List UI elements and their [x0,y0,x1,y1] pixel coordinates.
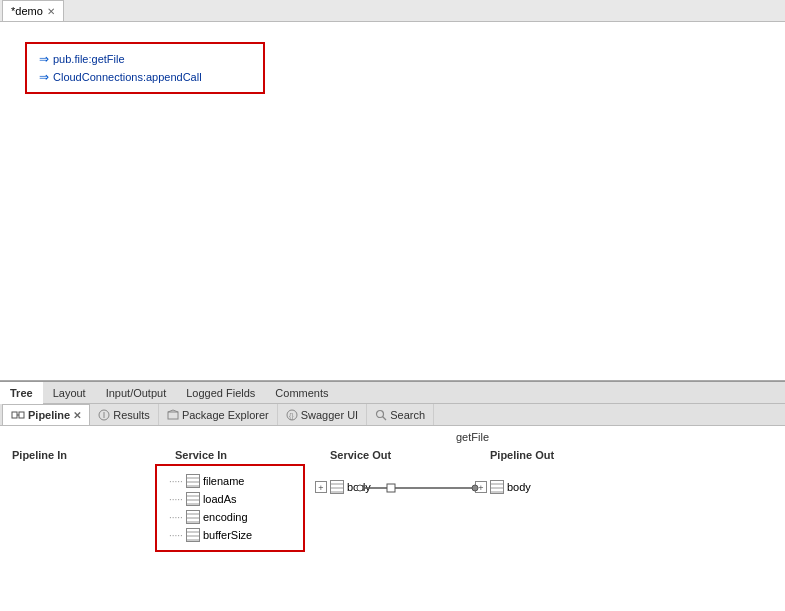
pipeline-out-body-label: body [507,481,531,493]
pipeline-title: getFile [160,430,785,444]
grid-icon-encoding [186,510,200,524]
tab-layout[interactable]: Layout [43,382,96,404]
tab-package-explorer-label: Package Explorer [182,409,269,421]
svg-line-9 [383,416,387,420]
flow-item-2: ⇒ CloudConnections:appendCall [35,68,255,86]
service-field-buffersize: ····· bufferSize [165,526,295,544]
tab-inputoutput[interactable]: Input/Output [96,382,177,404]
tab-inputoutput-label: Input/Output [106,387,167,399]
tab-pipeline-label: Pipeline [28,409,70,421]
grid-icon-loadas [186,492,200,506]
grid-icon-body-pipeline-out [490,480,504,494]
tab-search-label: Search [390,409,425,421]
tab-package-explorer[interactable]: Package Explorer [159,404,278,425]
tab-results-label: Results [113,409,150,421]
field-encoding: encoding [203,511,248,523]
flow-item-1: ⇒ pub.file:getFile [35,50,255,68]
tab-results[interactable]: Results [90,404,159,425]
service-field-loadas: ····· loadAs [165,490,295,508]
search-icon [375,409,387,421]
pipeline-diagram: getFile Pipeline In Service In Service O… [0,426,785,611]
service-out-body-label: body [347,481,371,493]
tab-tree-label: Tree [10,387,33,399]
swagger-icon: {} [286,409,298,421]
results-icon [98,409,110,421]
close-icon[interactable]: ✕ [47,6,55,17]
flow-area: ⇒ pub.file:getFile ⇒ CloudConnections:ap… [0,22,785,381]
grid-icon-filename [186,474,200,488]
tab-swagger-ui[interactable]: {} Swagger UI [278,404,367,425]
tab-loggedfields-label: Logged Fields [186,387,255,399]
service-out-body: + body [315,480,371,494]
top-tab-bar: *demo ✕ [0,0,785,22]
tab-comments[interactable]: Comments [265,382,338,404]
svg-rect-0 [12,412,17,418]
tab-layout-label: Layout [53,387,86,399]
tab-swagger-ui-label: Swagger UI [301,409,358,421]
demo-tab[interactable]: *demo ✕ [2,0,64,21]
pipeline-in-label: Pipeline In [12,448,67,462]
bottom-tab-strip: Pipeline ✕ Results Package Explorer [0,404,785,426]
expand-icon-2[interactable]: + [475,481,487,493]
dotted-line-icon: ····· [169,476,183,487]
flow-arrow-2: ⇒ [39,70,49,84]
pipeline-icon [11,408,25,422]
bottom-panel: Tree Layout Input/Output Logged Fields C… [0,381,785,611]
service-in-label: Service In [175,448,227,462]
grid-icon-body-out [330,480,344,494]
field-filename: filename [203,475,245,487]
tab-pipeline[interactable]: Pipeline ✕ [2,404,90,425]
tab-search[interactable]: Search [367,404,434,425]
pipeline-close-icon[interactable]: ✕ [73,410,81,421]
field-buffersize: bufferSize [203,529,252,541]
svg-text:{}: {} [289,412,294,420]
service-field-encoding: ····· encoding [165,508,295,526]
grid-icon-buffersize [186,528,200,542]
editor-area: *demo ✕ ⇒ pub.file:getFile ⇒ CloudConnec… [0,0,785,381]
pipeline-area: getFile Pipeline In Service In Service O… [0,426,785,611]
flow-label-1: pub.file:getFile [53,53,125,65]
connector-svg [0,426,785,611]
svg-rect-5 [168,412,178,419]
svg-rect-1 [19,412,24,418]
service-field-filename: ····· filename [165,472,295,490]
lower-tabs: Tree Layout Input/Output Logged Fields C… [0,382,785,404]
pipeline-out-body: + body [475,480,531,494]
svg-rect-12 [387,484,395,492]
flow-label-2: CloudConnections:appendCall [53,71,202,83]
service-in-box: ····· filename ····· loadAs ····· e [155,464,305,552]
flow-box: ⇒ pub.file:getFile ⇒ CloudConnections:ap… [25,42,265,94]
flow-arrow-1: ⇒ [39,52,49,66]
field-loadas: loadAs [203,493,237,505]
dotted-line-icon4: ····· [169,530,183,541]
expand-icon[interactable]: + [315,481,327,493]
dotted-line-icon3: ····· [169,512,183,523]
main-container: *demo ✕ ⇒ pub.file:getFile ⇒ CloudConnec… [0,0,785,611]
package-icon [167,409,179,421]
demo-tab-label: *demo [11,5,43,17]
pipeline-out-label: Pipeline Out [490,448,554,462]
tab-comments-label: Comments [275,387,328,399]
service-out-label: Service Out [330,448,391,462]
tab-tree[interactable]: Tree [0,382,43,404]
tab-loggedfields[interactable]: Logged Fields [176,382,265,404]
svg-point-8 [377,410,384,417]
dotted-line-icon2: ····· [169,494,183,505]
